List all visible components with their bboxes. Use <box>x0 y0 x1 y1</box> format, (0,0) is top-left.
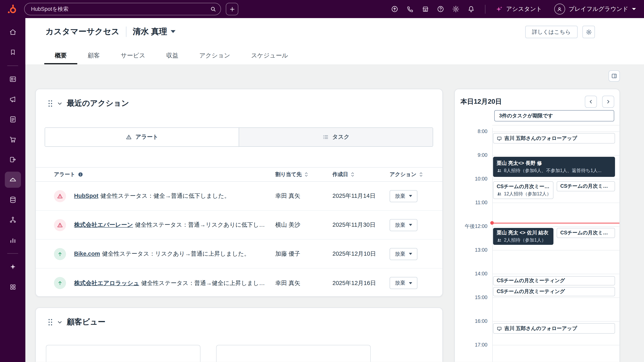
document-icon <box>9 115 17 123</box>
calendar-event[interactable]: CSチームの月次ミーテ... <box>557 228 615 238</box>
company-link[interactable]: HubSpot <box>74 192 98 199</box>
dismiss-dropdown-button[interactable]: 放棄 <box>390 277 418 289</box>
sidebar-item-ai[interactable] <box>5 259 21 275</box>
grid-line <box>492 226 620 227</box>
grid-line <box>492 345 620 345</box>
customer-view-tiles <box>36 345 442 362</box>
alert-message: Bike.com健全性ステータス：リスクあり→普通に上昇しました。 <box>74 250 257 258</box>
global-search[interactable] <box>24 3 221 15</box>
calendar-event[interactable]: 栗山 亮太<> 長野 修 8人招待（参加6人、不参加1人、返答待ち1人... <box>493 157 615 177</box>
company-link[interactable]: 株式会社エアロラッシュ <box>74 280 139 286</box>
sidebar-item-home[interactable] <box>5 24 21 40</box>
calendar-event[interactable]: CSチームの月次ミーティング <box>493 287 615 296</box>
info-icon[interactable] <box>78 172 83 177</box>
grid-line <box>492 250 620 250</box>
sidebar-item-commerce[interactable] <box>5 132 21 148</box>
arrow-up-circle-icon <box>391 5 398 13</box>
time-label: 午後12:00 <box>455 223 488 229</box>
tab-alerts[interactable]: アラート <box>45 128 239 146</box>
sidebar-item-org[interactable] <box>5 212 21 228</box>
tab-schedule[interactable]: スケジュール <box>241 48 299 64</box>
bookmark-icon <box>9 49 16 56</box>
calendar-event[interactable]: 吉川 五郎さんのフォローアップ <box>493 323 615 334</box>
bar-chart-icon <box>9 236 17 244</box>
sort-icon[interactable] <box>350 172 355 177</box>
sidebar-item-marketing[interactable] <box>5 91 21 107</box>
title-divider <box>126 26 126 37</box>
alert-row: 株式会社エバーレーン健全性ステータス：普通→リスクありに低下しました。 横山 美… <box>36 211 442 240</box>
sidebar-item-bookmarks[interactable] <box>5 44 21 60</box>
time-label: 16:00 <box>455 318 488 324</box>
people-icon <box>497 168 502 173</box>
alert-message: 株式会社エバーレーン健全性ステータス：普通→リスクありに低下しました。 <box>74 221 275 229</box>
tab-customers[interactable]: 顧客 <box>77 48 110 64</box>
tab-actions[interactable]: アクション <box>189 48 241 64</box>
chevron-down-icon <box>57 101 62 106</box>
marketplace-button[interactable] <box>419 2 432 15</box>
drag-handle-icon[interactable] <box>48 100 53 107</box>
data-import-button[interactable] <box>388 2 401 15</box>
tab-revenue[interactable]: 収益 <box>156 48 189 64</box>
dismiss-dropdown-button[interactable]: 放棄 <box>390 248 418 260</box>
time-label: 17:00 <box>455 342 488 348</box>
assistant-button[interactable]: アシスタント <box>492 5 544 13</box>
grid-line <box>492 274 620 274</box>
calendar-event[interactable]: CSチームの月次ミーテ... <box>557 181 615 191</box>
page-settings-button[interactable] <box>582 26 595 38</box>
create-button[interactable] <box>226 3 238 15</box>
sidebar-item-automation[interactable] <box>5 152 21 168</box>
learn-more-button[interactable]: 詳しくはこちら <box>525 26 578 38</box>
alert-message: 株式会社エアロラッシュ健全性ステータス：普通→健全に上昇しました。 <box>74 279 275 287</box>
tab-tasks[interactable]: タスク <box>239 128 433 146</box>
notifications-button[interactable] <box>465 2 478 15</box>
grid-line <box>492 298 620 298</box>
alert-message: HubSpot健全性ステータス：健全→普通に低下しました。 <box>74 192 237 200</box>
sort-icon[interactable] <box>418 172 423 177</box>
health-down-icon <box>54 219 66 231</box>
meeting-icon <box>497 326 502 331</box>
calendar-event[interactable]: CSチームの月次ミーテ... 12人招待（参加12人） <box>493 181 554 199</box>
hubspot-logo-icon[interactable] <box>6 3 18 15</box>
collapse-panel-button[interactable] <box>608 70 620 82</box>
top-navigation-bar: アシスタント プレイフルグラウンド <box>0 0 644 18</box>
grid-line <box>492 125 620 125</box>
dismiss-dropdown-button[interactable]: 放棄 <box>390 219 418 231</box>
health-down-icon <box>54 190 66 202</box>
bell-icon <box>467 5 475 13</box>
grid-icon <box>9 283 16 291</box>
tab-service[interactable]: サービス <box>110 48 156 64</box>
tab-overview[interactable]: 概要 <box>44 48 77 64</box>
gear-icon <box>452 5 460 13</box>
assistant-label: アシスタント <box>506 5 542 13</box>
owner-selector[interactable]: 清水 真理 <box>133 26 176 37</box>
sidebar-item-reporting[interactable] <box>5 232 21 248</box>
grid-line <box>492 155 620 156</box>
page-tabs: 概要 顧客 サービス 収益 アクション スケジュール <box>44 48 298 64</box>
dismiss-dropdown-button[interactable]: 放棄 <box>390 190 418 202</box>
grid-line <box>492 321 620 322</box>
created-cell: 2025年12月16日 <box>332 279 390 287</box>
help-button[interactable] <box>434 2 447 15</box>
calendar-event[interactable]: 吉川 五郎さんのフォローアップ <box>493 133 615 144</box>
calendar-event[interactable]: CSチームの月次ミーティング <box>493 276 615 285</box>
topbar-actions: アシスタント プレイフルグラウンド <box>388 2 638 15</box>
calendar-event[interactable]: 栗山 亮太 <> 佐川 結衣 2人招待（参加1人） <box>493 228 554 245</box>
created-cell: 2025年12月10日 <box>332 250 390 258</box>
collapse-section-button[interactable] <box>57 101 62 106</box>
actions-tabbar: アラート タスク <box>45 127 433 147</box>
settings-button[interactable] <box>450 2 462 15</box>
sidebar-item-data[interactable] <box>5 192 21 208</box>
search-input[interactable] <box>30 6 210 12</box>
sort-icon[interactable] <box>304 172 308 177</box>
collapse-section-button[interactable] <box>57 319 62 325</box>
drag-handle-icon[interactable] <box>48 318 53 326</box>
company-link[interactable]: Bike.com <box>74 250 100 257</box>
calling-button[interactable] <box>404 2 416 15</box>
sidebar-item-crm[interactable] <box>5 71 21 87</box>
time-label: 11:00 <box>455 200 488 205</box>
account-menu[interactable]: プレイフルグラウンド <box>552 3 638 14</box>
sidebar-item-content[interactable] <box>5 111 21 127</box>
sidebar-item-service[interactable] <box>5 172 21 188</box>
company-link[interactable]: 株式会社エバーレーン <box>74 221 133 228</box>
sidebar-item-apps[interactable] <box>5 279 21 295</box>
